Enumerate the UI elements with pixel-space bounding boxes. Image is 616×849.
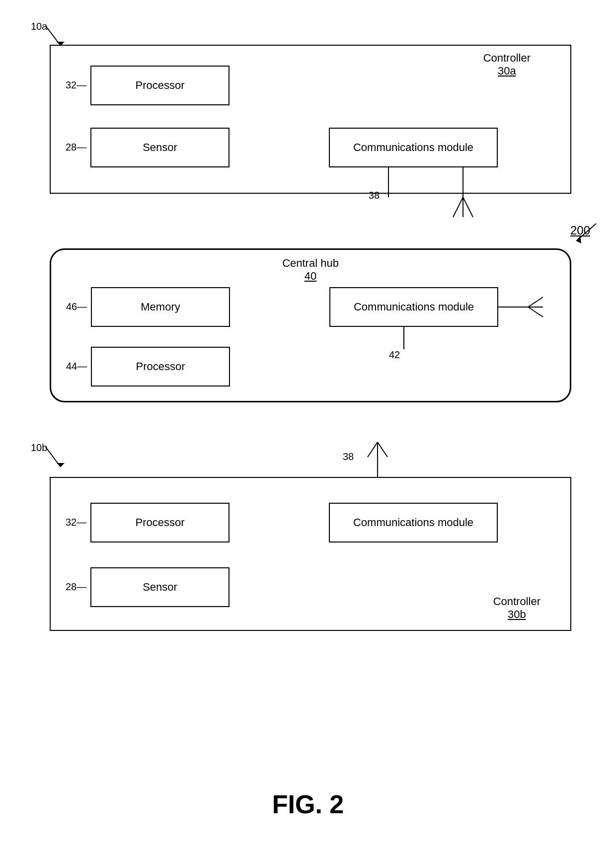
processor-box-2: Processor	[90, 503, 230, 542]
svg-line-4	[453, 197, 463, 217]
comm-box-1: Communications module	[329, 128, 498, 167]
ref-28-1: 28—	[66, 142, 86, 153]
ref-42: 42	[389, 349, 400, 361]
outer-box-2: Processor 32— Sensor 28— Communications …	[50, 477, 571, 631]
ref-38-1: 38	[369, 190, 380, 201]
hub-title: Central hub 40	[282, 257, 339, 283]
controller-label-2: Controller 30b	[493, 595, 540, 621]
svg-marker-15	[57, 463, 65, 467]
ref-44: 44—	[66, 361, 87, 372]
controller-label-1: Controller 30a	[483, 52, 531, 77]
sensor-box-1: Sensor	[90, 128, 230, 167]
comm-lines-1	[329, 167, 528, 227]
ref-32-2: 32—	[66, 517, 86, 528]
hub-box: Central hub 40 Memory 46— Processor 44— …	[50, 248, 571, 402]
antenna-hub	[498, 287, 558, 332]
processor-box-hub: Processor	[91, 347, 230, 386]
svg-line-13	[528, 307, 543, 317]
processor-box-1: Processor	[90, 66, 230, 105]
outer-box-1: Controller 30a Processor 32— Sensor 28— …	[50, 45, 571, 194]
ref-28-2: 28—	[66, 581, 86, 593]
antenna-2	[348, 442, 407, 482]
comm-box-2: Communications module	[329, 503, 498, 542]
fig-label: FIG. 2	[272, 789, 344, 819]
ref-46: 46—	[66, 301, 87, 312]
arrow-10b	[31, 442, 61, 472]
sensor-box-2: Sensor	[90, 567, 230, 607]
memory-box: Memory	[91, 287, 230, 327]
diagram-container: 10a Controller 30a Processor 32— Sensor …	[0, 0, 616, 849]
svg-line-17	[368, 442, 378, 457]
arrow-200	[566, 219, 606, 248]
svg-line-6	[463, 197, 473, 217]
comm-ref-line-hub	[379, 327, 429, 357]
comm-box-hub: Communications module	[329, 287, 498, 327]
svg-line-19	[378, 442, 387, 457]
svg-line-11	[528, 297, 543, 307]
ref-32-1: 32—	[66, 79, 86, 91]
